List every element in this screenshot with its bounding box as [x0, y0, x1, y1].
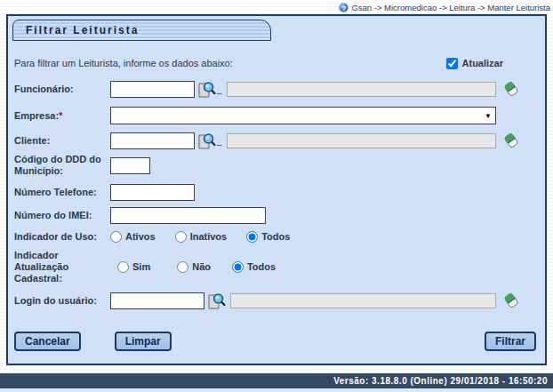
cliente-input[interactable]: [110, 132, 195, 149]
indicador-atualizacao-label: Indicador Atualização Cadastral:: [14, 250, 110, 284]
uso-ativos-radio[interactable]: [110, 231, 122, 243]
empresa-label: Empresa:*: [14, 110, 110, 122]
funcionario-input[interactable]: [110, 81, 195, 98]
uso-inativos-radio[interactable]: [175, 231, 187, 243]
eraser-icon: [504, 292, 518, 308]
uso-todos-radio[interactable]: [246, 231, 258, 243]
filtrar-button[interactable]: Filtrar: [485, 332, 536, 351]
search-login-button[interactable]: [207, 292, 226, 309]
cliente-label: Cliente:: [14, 135, 110, 147]
search-icon: [197, 132, 216, 149]
page-title-label: Filtrar Leiturista: [26, 24, 139, 36]
ddd-label: Código do DDD do Município:: [14, 154, 110, 177]
uso-inativos-label: Inativos: [190, 231, 228, 242]
imei-label: Número do IMEI:: [14, 210, 110, 221]
cancelar-button[interactable]: Cancelar: [14, 332, 81, 351]
cliente-nome-field: [227, 133, 496, 148]
empresa-select[interactable]: ▼: [110, 107, 496, 124]
atualizacao-todos-label: Todos: [247, 261, 276, 272]
login-input[interactable]: [110, 292, 204, 309]
funcionario-label: Funcionário:: [14, 84, 110, 95]
limpar-button[interactable]: Limpar: [115, 332, 172, 351]
empresa-label-text: Empresa:: [14, 110, 59, 121]
footer-strip: [0, 388, 553, 392]
indicador-uso-label: Indicador de Uso:: [14, 231, 110, 243]
filter-panel: Filtrar Leiturista Para filtrar um Leitu…: [6, 14, 547, 365]
help-icon[interactable]: ?: [339, 3, 349, 12]
atualizacao-nao-label: Não: [192, 261, 211, 272]
telefone-label: Número Telefone:: [14, 187, 110, 198]
uso-ativos-label: Ativos: [125, 231, 156, 242]
search-underscore: _: [217, 84, 222, 94]
search-cliente-button[interactable]: [197, 132, 216, 149]
telefone-input[interactable]: [110, 184, 195, 201]
version-text: Versão: 3.18.8.0 (Online) 29/01/2018 - 1…: [333, 376, 548, 386]
imei-input[interactable]: [110, 207, 266, 224]
search-icon: [197, 81, 216, 98]
page-title: Filtrar Leiturista: [12, 20, 271, 41]
atualizacao-todos-radio[interactable]: [232, 261, 244, 273]
intro-text: Para filtrar um Leiturista, informe os d…: [14, 58, 233, 68]
indicador-atualizacao-radio-group: Sim Não Todos: [117, 261, 295, 273]
breadcrumb: ? Gsan -> Micromedicao -> Leitura -> Man…: [339, 2, 550, 13]
search-icon: [207, 292, 226, 309]
atualizacao-nao-radio[interactable]: [177, 261, 188, 273]
breadcrumb-path: Gsan -> Micromedicao -> Leitura -> Mante…: [351, 3, 550, 12]
indicador-uso-radio-group: Ativos Inativos Todos: [110, 231, 309, 243]
clear-login-button[interactable]: [504, 292, 518, 308]
login-nome-field: [230, 293, 496, 308]
ddd-input[interactable]: [110, 157, 150, 174]
eraser-icon: [504, 81, 518, 97]
atualizar-checkbox[interactable]: [446, 58, 458, 69]
required-marker: *: [59, 110, 62, 121]
search-underscore: _: [217, 136, 222, 146]
search-funcionario-button[interactable]: [197, 81, 216, 98]
version-bar: Versão: 3.18.8.0 (Online) 29/01/2018 - 1…: [0, 373, 553, 388]
clear-funcionario-button[interactable]: [504, 81, 518, 97]
login-label: Login do usuário:: [14, 295, 110, 307]
chevron-down-icon: ▼: [485, 112, 492, 120]
atualizacao-sim-radio[interactable]: [117, 261, 129, 273]
atualizar-label: Atualizar: [462, 58, 503, 68]
atualizacao-sim-label: Sim: [132, 261, 150, 272]
clear-cliente-button[interactable]: [504, 132, 518, 148]
funcionario-nome-field: [227, 82, 496, 97]
eraser-icon: [504, 132, 518, 148]
uso-todos-label: Todos: [261, 231, 290, 242]
